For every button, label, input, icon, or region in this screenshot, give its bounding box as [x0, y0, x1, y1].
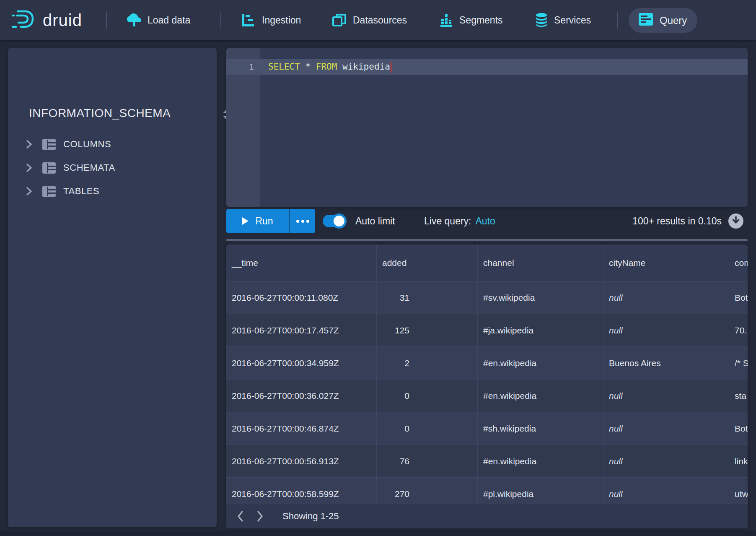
table-cell[interactable]: 31 [377, 281, 478, 314]
tree-item-label: COLUMNS [62, 139, 111, 150]
nav-separator [220, 12, 221, 29]
database-icon [535, 13, 548, 28]
nav-item-label: Load data [148, 15, 190, 26]
table-grid-icon [42, 139, 62, 150]
live-query-value[interactable]: Auto [476, 216, 495, 226]
schema-title: INFORMATION_SCHEMA [29, 107, 171, 120]
download-results-button[interactable] [728, 213, 743, 229]
table-cell[interactable]: 2016-06-27T00:00:34.959Z [226, 347, 377, 379]
table-cell[interactable]: #sv.wikipedia [478, 281, 603, 314]
sql-code-line[interactable]: SELECT * FROM wikipedia [268, 59, 392, 75]
sql-token-operator: * [300, 62, 316, 72]
schema-sidebar: INFORMATION_SCHEMA COLUMNSSCHEMATATABLES [8, 48, 217, 527]
nav-item-query-active[interactable]: Query [629, 8, 697, 33]
druid-logo-icon [11, 9, 37, 31]
sql-token-keyword: FROM [316, 62, 337, 72]
download-icon [732, 216, 740, 226]
chevron-right-icon[interactable] [25, 163, 42, 173]
results-summary: 100+ results in 0.10s [632, 216, 722, 227]
bottom-strip [0, 531, 756, 536]
gantt-chart-icon [242, 13, 256, 27]
brand-wordmark: druid [43, 11, 82, 30]
column-header-added[interactable]: added [377, 245, 478, 281]
table-row: 2016-06-27T00:00:56.913Z76#en.wikipedian… [226, 445, 748, 478]
prev-page-button[interactable] [233, 508, 247, 525]
table-cell[interactable]: Bot [729, 281, 748, 314]
nav-item-label: Segments [459, 15, 503, 26]
table-row: 2016-06-27T00:00:36.027Z0#en.wikipedianu… [226, 380, 748, 412]
table-cell[interactable]: Buenos Aires [603, 347, 729, 379]
table-cell[interactable]: sta [729, 380, 748, 412]
chevron-right-icon[interactable] [25, 186, 42, 196]
chevron-left-icon [236, 510, 244, 522]
sidebar-tree-item-columns[interactable]: COLUMNS [25, 133, 209, 156]
toggle-knob [331, 213, 347, 229]
table-cell[interactable]: 0 [377, 380, 478, 412]
table-cell[interactable]: link [729, 445, 748, 477]
sql-token-keyword: SELECT [268, 62, 300, 72]
table-cell[interactable]: 0 [377, 412, 478, 445]
druid-brand[interactable]: druid [11, 9, 82, 31]
nav-item-services[interactable]: Services [535, 0, 591, 40]
table-cell[interactable]: 125 [377, 314, 478, 346]
run-split-button: Run [226, 209, 315, 233]
nav-item-datasources[interactable]: Datasources [332, 0, 407, 40]
table-cell[interactable]: #sh.wikipedia [478, 412, 603, 445]
ellipsis-icon [296, 220, 299, 223]
editor-results-splitter[interactable] [226, 239, 748, 241]
table-cell[interactable]: 2016-06-27T00:00:36.027Z [226, 380, 377, 412]
auto-limit-toggle[interactable] [323, 215, 345, 227]
column-header-channel[interactable]: channel [478, 245, 603, 281]
nav-item-ingestion[interactable]: Ingestion [242, 0, 301, 40]
table-cell[interactable]: null [603, 380, 729, 412]
table-cell[interactable]: 2016-06-27T00:00:56.913Z [226, 445, 377, 477]
table-cell[interactable]: 70. [729, 314, 748, 346]
cloud-upload-icon [127, 13, 142, 27]
table-row: 2016-06-27T00:00:11.080Z31#sv.wikipedian… [226, 281, 748, 314]
schema-header: INFORMATION_SCHEMA [29, 107, 217, 120]
stacked-layers-icon [332, 13, 347, 27]
bar-chart-icon [439, 13, 453, 27]
nav-separator [617, 12, 618, 29]
table-cell[interactable]: null [603, 412, 729, 445]
nav-item-label: Query [660, 15, 687, 26]
pagination-status: Showing 1-25 [282, 511, 339, 522]
nav-item-label: Ingestion [262, 15, 301, 26]
sql-editor[interactable]: 1 SELECT * FROM wikipedia [226, 48, 748, 207]
run-button-label: Run [255, 216, 273, 227]
nav-item-load-data[interactable]: Load data [127, 0, 190, 40]
tree-item-label: SCHEMATA [62, 162, 115, 173]
table-cell[interactable]: 2016-06-27T00:00:46.874Z [226, 412, 377, 445]
table-cell[interactable]: 2016-06-27T00:00:17.457Z [226, 314, 377, 346]
table-cell[interactable]: #ja.wikipedia [478, 314, 603, 346]
column-header-cityName[interactable]: cityName [603, 245, 729, 281]
results-header-row: __timeaddedchannelcityNamecomment [226, 245, 748, 281]
table-cell[interactable]: 2 [377, 347, 478, 379]
table-cell[interactable]: 76 [377, 445, 478, 477]
sidebar-tree-item-schemata[interactable]: SCHEMATA [25, 156, 209, 180]
table-cell[interactable]: /* S [729, 347, 748, 379]
run-button[interactable]: Run [226, 209, 289, 233]
sidebar-tree-item-tables[interactable]: TABLES [25, 180, 209, 203]
table-cell[interactable]: null [603, 281, 729, 314]
table-cell[interactable]: null [603, 314, 729, 346]
column-header-__time[interactable]: __time [226, 245, 377, 281]
run-more-options-button[interactable] [289, 209, 315, 233]
nav-item-segments[interactable]: Segments [439, 0, 503, 40]
results-body: 2016-06-27T00:00:11.080Z31#sv.wikipedian… [226, 281, 748, 510]
table-cell[interactable]: Bot [729, 412, 748, 445]
top-navbar: druid Load data Ingestion [0, 0, 756, 40]
live-query-control[interactable]: Live query:Auto [424, 209, 495, 233]
nav-separator [106, 12, 107, 29]
table-row: 2016-06-27T00:00:17.457Z125#ja.wikipedia… [226, 314, 748, 347]
table-cell[interactable]: #en.wikipedia [478, 347, 603, 379]
table-cell[interactable]: #en.wikipedia [478, 380, 603, 412]
table-cell[interactable]: null [603, 445, 729, 477]
chevron-right-icon[interactable] [25, 139, 42, 149]
table-cell[interactable]: #en.wikipedia [478, 445, 603, 477]
column-header-comment[interactable]: comment [729, 245, 748, 281]
next-page-button[interactable] [253, 508, 267, 525]
play-icon [242, 217, 249, 225]
table-cell[interactable]: 2016-06-27T00:00:11.080Z [226, 281, 377, 314]
results-panel: __timeaddedchannelcityNamecomment 2016-0… [226, 245, 748, 528]
